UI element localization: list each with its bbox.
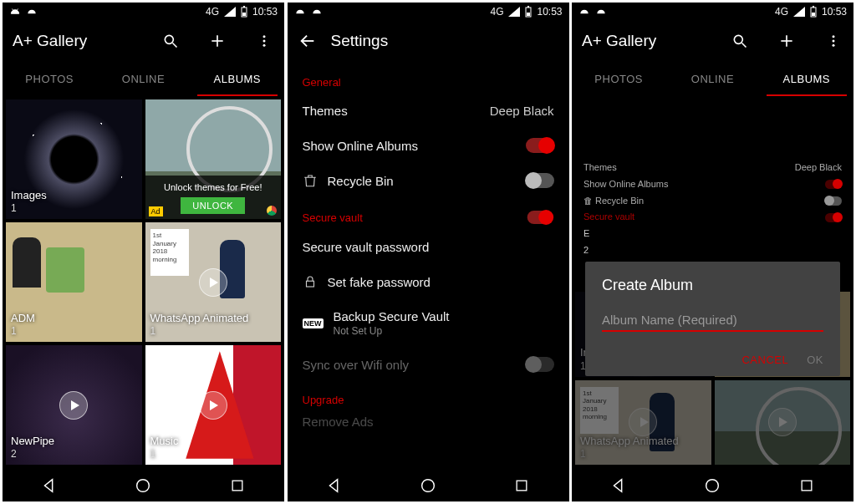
create-album-dialog: Create Album Album Name (Required) CANCE… — [585, 262, 840, 376]
album-name: Music — [150, 435, 179, 447]
row-remove-ads[interactable]: Remove Ads — [288, 411, 569, 439]
svg-rect-11 — [232, 481, 242, 491]
svg-point-7 — [263, 35, 266, 38]
album-images[interactable]: Images1 — [6, 99, 142, 219]
album-adm[interactable]: ADM1 — [6, 222, 142, 342]
album-name: Images — [11, 189, 47, 201]
album-count: 1 — [150, 448, 179, 461]
screen-create-album: 4G 10:53 A+ Gallery PHOTOS ONLINE ALBUMS… — [572, 3, 853, 501]
row-value: Deep Black — [490, 104, 554, 118]
tab-bar: PHOTOS ONLINE ALBUMS — [572, 61, 853, 96]
recents-button[interactable] — [797, 476, 816, 495]
album-grid: Images1 Unlock themes for Free! UNLOCK A… — [3, 96, 284, 468]
status-bar: 4G 10:53 — [288, 3, 569, 21]
play-icon — [199, 268, 227, 297]
back-button[interactable] — [325, 476, 344, 495]
row-wifi-sync: Sync over Wifi only — [288, 347, 569, 382]
section-general: General — [288, 64, 569, 94]
search-icon[interactable] — [730, 31, 750, 51]
lock-icon — [303, 274, 318, 289]
toggle-online[interactable] — [526, 138, 554, 153]
notif-icon — [9, 7, 21, 17]
nav-bar — [3, 468, 284, 501]
album-count: 1 — [11, 325, 35, 339]
svg-rect-1 — [243, 6, 245, 8]
network-label: 4G — [206, 6, 219, 18]
add-icon[interactable] — [207, 31, 227, 51]
album-newpipe[interactable]: NewPipe2 — [6, 345, 142, 465]
tab-albums[interactable]: ALBUMS — [191, 61, 284, 96]
sticky-note: 1stJanuary2018morning — [150, 229, 189, 276]
back-button[interactable] — [40, 476, 59, 495]
row-label: Set fake password — [328, 275, 554, 289]
overflow-icon[interactable] — [823, 31, 843, 51]
row-fake-password[interactable]: Set fake password — [288, 264, 569, 299]
svg-point-27 — [833, 40, 835, 43]
settings-list[interactable]: General Themes Deep Black Show Online Al… — [288, 61, 569, 468]
promo-banner: Unlock themes for Free! UNLOCK Ad — [145, 176, 282, 219]
back-button[interactable] — [609, 476, 628, 495]
home-button[interactable] — [419, 476, 437, 495]
svg-rect-18 — [517, 481, 527, 491]
bg-settings-peek: ThemesDeep Black Show Online Albums 🗑 Re… — [572, 155, 853, 264]
album-promo[interactable]: Unlock themes for Free! UNLOCK Ad — [145, 99, 282, 219]
home-button[interactable] — [134, 476, 152, 495]
svg-point-29 — [706, 479, 719, 491]
row-label: Secure vault password — [303, 240, 554, 254]
recents-button[interactable] — [512, 476, 531, 495]
toggle-recycle[interactable] — [526, 173, 554, 188]
nav-bar — [288, 468, 569, 501]
tab-photos[interactable]: PHOTOS — [3, 61, 96, 96]
album-name-input[interactable]: Album Name (Required) — [602, 313, 823, 332]
row-online-albums[interactable]: Show Online Albums — [288, 128, 569, 163]
clock: 10:53 — [822, 6, 847, 18]
recents-button[interactable] — [228, 476, 247, 495]
ok-button[interactable]: OK — [807, 354, 823, 366]
clock: 10:53 — [252, 6, 278, 18]
album-extra — [715, 380, 851, 466]
app-bar: Settings — [288, 21, 569, 61]
tab-albums[interactable]: ALBUMS — [760, 61, 853, 96]
clock: 10:53 — [537, 6, 562, 18]
battery-icon — [810, 6, 817, 18]
svg-point-8 — [263, 40, 266, 43]
svg-rect-13 — [527, 6, 529, 8]
nav-bar — [572, 468, 853, 501]
battery-icon — [525, 6, 532, 18]
svg-rect-14 — [527, 13, 530, 16]
svg-rect-16 — [306, 281, 313, 287]
tab-photos[interactable]: PHOTOS — [572, 61, 665, 96]
back-arrow-icon[interactable] — [298, 31, 318, 51]
home-button[interactable] — [703, 476, 721, 495]
overflow-icon[interactable] — [254, 31, 274, 51]
row-backup-vault[interactable]: NEW Backup Secure VaultNot Set Up — [288, 299, 569, 347]
album-whatsapp: 1stJanuary2018morning WhatsApp Animated1 — [575, 380, 711, 466]
screen-settings: 4G 10:53 Settings General Themes Deep Bl… — [288, 3, 569, 501]
album-music[interactable]: Music1 — [145, 345, 282, 465]
album-count: 1 — [11, 202, 47, 216]
dimmed-content: ThemesDeep Black Show Online Albums 🗑 Re… — [572, 96, 853, 468]
cancel-button[interactable]: CANCEL — [741, 354, 788, 366]
network-label: 4G — [490, 6, 503, 18]
row-themes[interactable]: Themes Deep Black — [288, 94, 569, 128]
svg-rect-30 — [802, 481, 812, 491]
album-whatsapp[interactable]: 1stJanuary2018morning WhatsApp Animated1 — [145, 222, 282, 342]
tab-online[interactable]: ONLINE — [665, 61, 759, 96]
search-icon[interactable] — [160, 31, 181, 51]
row-sublabel: Not Set Up — [334, 325, 554, 337]
row-recycle-bin[interactable]: Recycle Bin — [288, 163, 569, 198]
row-vault-password[interactable]: Secure vault password — [288, 230, 569, 264]
tab-online[interactable]: ONLINE — [96, 61, 190, 96]
signal-icon — [793, 7, 805, 17]
battery-icon — [241, 6, 247, 18]
row-label: Remove Ads — [303, 415, 554, 429]
row-label: Themes — [303, 104, 480, 118]
unlock-button[interactable]: UNLOCK — [181, 197, 245, 214]
row-label: Sync over Wifi only — [303, 358, 516, 372]
add-icon[interactable] — [777, 31, 797, 51]
album-name: ADM — [11, 312, 35, 324]
toggle-wifi — [526, 357, 554, 372]
chrome-icon — [267, 206, 277, 216]
toggle-secure-vault[interactable] — [527, 211, 553, 224]
section-secure: Secure vault — [288, 198, 569, 230]
